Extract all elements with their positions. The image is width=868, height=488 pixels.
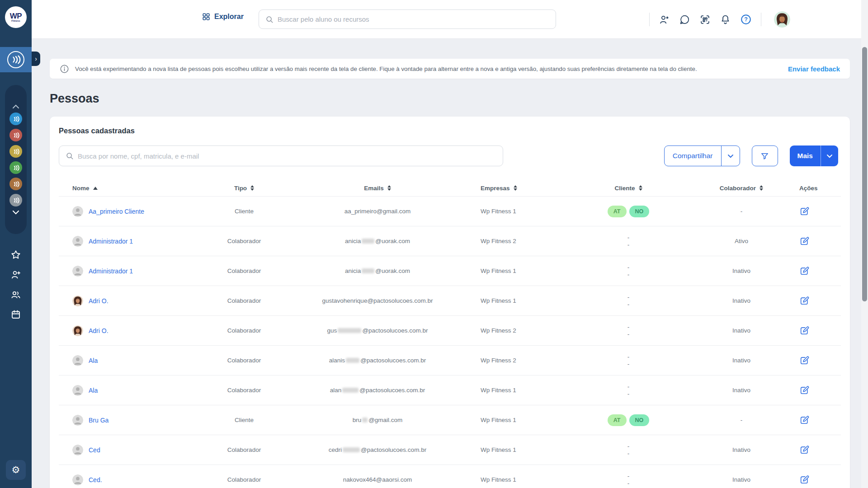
redacted-email-segment xyxy=(362,418,368,422)
person-client-status: -- xyxy=(565,473,692,487)
column-label: Empresas xyxy=(481,185,510,192)
person-name-link[interactable]: Adri O. xyxy=(89,297,108,305)
person-company: Wp Fitness 1 xyxy=(466,446,565,453)
column-header-colaborador[interactable]: Colaborador xyxy=(692,185,791,192)
people-table: NomeTipoEmailsEmpresasClienteColaborador… xyxy=(59,180,841,488)
redacted-email-segment xyxy=(362,239,374,244)
edit-icon[interactable] xyxy=(799,206,809,216)
person-name-link[interactable]: Ced xyxy=(89,446,100,454)
workspace-waves-icon[interactable] xyxy=(9,178,22,190)
add-user-icon[interactable] xyxy=(659,14,670,25)
column-header-cliente[interactable]: Cliente xyxy=(565,185,692,192)
people-search-input[interactable] xyxy=(78,152,496,160)
explore-button[interactable]: Explorar xyxy=(202,13,244,21)
person-collaborator-status: - xyxy=(692,208,791,215)
people-icon[interactable] xyxy=(10,289,21,300)
person-type: Colaborador xyxy=(199,446,289,453)
brand-logo[interactable]: WP Fitness xyxy=(5,6,27,28)
redacted-email-segment xyxy=(362,268,374,273)
column-header-nome[interactable]: Nome xyxy=(59,185,199,192)
settings-icon[interactable]: ⚙ xyxy=(6,460,26,480)
person-type: Colaborador xyxy=(199,238,289,244)
person-name-link[interactable]: Ced. xyxy=(89,476,102,483)
user-avatar[interactable] xyxy=(774,11,790,28)
person-email: gus@pactosolucoes.com.br xyxy=(289,327,466,334)
workspace-waves-icon[interactable] xyxy=(9,161,22,174)
edit-icon[interactable] xyxy=(799,356,809,366)
more-chevron-down-icon[interactable] xyxy=(821,145,838,166)
sort-icon xyxy=(639,185,642,191)
redacted-email-segment xyxy=(343,447,360,452)
person-email: gustavohenrique@pactosolucoes.com.br xyxy=(289,297,466,304)
global-search-input[interactable] xyxy=(278,15,549,23)
person-name-link[interactable]: Ala xyxy=(89,387,98,394)
row-avatar xyxy=(72,415,83,426)
person-collaborator-status: Ativo xyxy=(692,238,791,244)
favorites-icon[interactable] xyxy=(10,249,21,260)
help-icon[interactable]: ? xyxy=(740,14,752,25)
person-name-link[interactable]: Adri O. xyxy=(89,327,108,334)
add-person-icon[interactable] xyxy=(10,269,21,280)
page-scrollbar[interactable] xyxy=(861,0,868,488)
send-feedback-link[interactable]: Enviar feedback xyxy=(788,65,840,73)
workspace-waves-icon[interactable] xyxy=(9,194,22,206)
chat-icon[interactable] xyxy=(679,14,690,25)
person-company: Wp Fitness 1 xyxy=(466,417,565,423)
calendar-icon[interactable] xyxy=(10,309,21,320)
person-type: Cliente xyxy=(199,208,289,215)
edit-icon[interactable] xyxy=(799,236,809,246)
table-row: Adri O. Colaborador gustavohenrique@pact… xyxy=(59,286,841,315)
column-header-emails[interactable]: Emails xyxy=(289,185,466,192)
workspace-waves-icon[interactable] xyxy=(9,113,22,125)
client-status-empty: -- xyxy=(627,264,630,278)
column-header-empresas[interactable]: Empresas xyxy=(466,185,565,192)
person-company: Wp Fitness 2 xyxy=(466,327,565,334)
edit-icon[interactable] xyxy=(799,296,809,306)
edit-icon[interactable] xyxy=(799,385,809,395)
person-client-status: ATNO xyxy=(565,206,692,217)
workspace-waves-icon[interactable] xyxy=(9,129,22,141)
divider xyxy=(761,13,761,26)
qr-code-icon[interactable] xyxy=(699,14,711,25)
table-row: Aa_primeiro Cliente Cliente aa_primeiro@… xyxy=(59,196,841,226)
filter-button[interactable] xyxy=(752,145,778,166)
person-name-link[interactable]: Ala xyxy=(89,357,98,364)
scrollbar-thumb[interactable] xyxy=(862,47,867,301)
edit-icon[interactable] xyxy=(799,475,809,485)
share-chevron-down-icon[interactable] xyxy=(721,146,740,166)
person-collaborator-status: Inativo xyxy=(692,327,791,334)
sidebar-expand-button[interactable]: › xyxy=(32,52,40,66)
row-avatar xyxy=(72,266,83,277)
column-label: Emails xyxy=(364,185,384,192)
notifications-icon[interactable] xyxy=(720,14,731,25)
person-name-link[interactable]: Administrador 1 xyxy=(89,267,133,275)
person-client-status: -- xyxy=(565,353,692,368)
row-avatar xyxy=(72,385,83,396)
redacted-email-segment xyxy=(338,328,361,333)
person-type: Colaborador xyxy=(199,476,289,483)
person-client-status: -- xyxy=(565,294,692,308)
person-email: nakovox464@aaorsi.com xyxy=(289,476,466,483)
more-button[interactable]: Mais xyxy=(790,145,821,166)
svg-text:?: ? xyxy=(744,16,748,23)
share-button[interactable]: Compartilhar xyxy=(665,146,721,166)
chevron-up-icon[interactable] xyxy=(12,104,19,109)
person-email: cedri@pactosolucoes.com.br xyxy=(289,446,466,453)
edit-icon[interactable] xyxy=(799,415,809,425)
person-type: Colaborador xyxy=(199,327,289,334)
workspace-waves-icon[interactable] xyxy=(9,145,22,158)
person-name-link[interactable]: Administrador 1 xyxy=(89,238,133,245)
person-email: alan@pactosolucoes.com.br xyxy=(289,387,466,394)
sidebar-item-active-workspace[interactable] xyxy=(0,47,32,72)
person-name-link[interactable]: Aa_primeiro Cliente xyxy=(89,208,144,215)
edit-icon[interactable] xyxy=(799,266,809,276)
person-name-link[interactable]: Bru Ga xyxy=(89,417,108,424)
edit-icon[interactable] xyxy=(799,326,809,336)
table-row: Administrador 1 Colaborador anicia@uorak… xyxy=(59,226,841,256)
table-row: Ala Colaborador alan@pactosolucoes.com.b… xyxy=(59,375,841,405)
banner-message: Você está experimentando a nova lista de… xyxy=(75,66,782,72)
table-row: Administrador 1 Colaborador anicia@uorak… xyxy=(59,256,841,286)
column-header-tipo[interactable]: Tipo xyxy=(199,185,289,192)
chevron-down-icon[interactable] xyxy=(12,210,19,215)
edit-icon[interactable] xyxy=(799,445,809,455)
